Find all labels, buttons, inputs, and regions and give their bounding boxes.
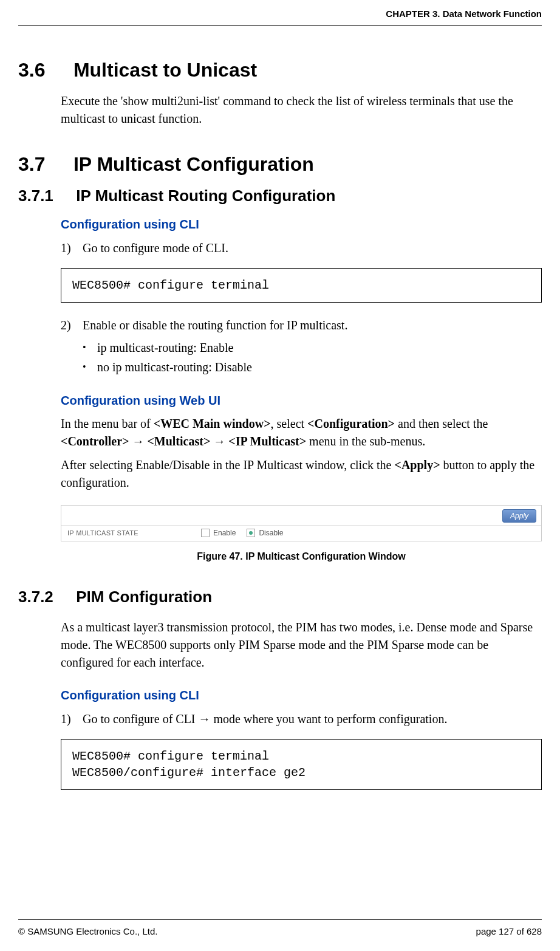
arrow-icon: → [210, 434, 228, 448]
section-3-7-2-num: 3.7.2 [18, 588, 72, 606]
page-content: 3.6 Multicast to Unicast Execute the 'sh… [18, 26, 542, 790]
page-footer: © SAMSUNG Electronics Co., Ltd. page 127… [18, 919, 542, 936]
section-3-6-heading: 3.6 Multicast to Unicast [18, 59, 542, 81]
arrow-icon: → [129, 434, 147, 448]
radio-label: Enable [213, 529, 236, 537]
section-3-7-2-title: PIM Configuration [76, 588, 212, 606]
radio-selected-icon [249, 531, 253, 535]
step-row: 1) Go to configure mode of CLI. [61, 239, 542, 257]
bullet-dot-icon: • [83, 357, 97, 377]
bold-frag: <Configuration> [307, 417, 395, 430]
radio-label: Disable [259, 529, 283, 537]
copyright-text: © SAMSUNG Electronics Co., Ltd. [18, 926, 157, 936]
bold-frag: <WEC Main window> [154, 417, 271, 430]
step-text: Go to configure mode of CLI. [83, 239, 228, 257]
section-3-6-num: 3.6 [18, 59, 68, 81]
ip-multicast-state-label: IP MULTICAST STATE [67, 529, 201, 537]
apply-button[interactable]: Apply [502, 509, 536, 523]
config-webui-heading: Configuration using Web UI [61, 394, 542, 408]
text-frag: menu in the sub-menus. [306, 434, 425, 448]
bullet-text: no ip multicast-routing: Disable [97, 357, 252, 377]
page-number: page 127 of 628 [476, 926, 542, 936]
section-3-6-title: Multicast to Unicast [73, 59, 257, 81]
bold-frag: <Multicast> [147, 434, 210, 448]
step-text: Enable or disable the routing function f… [83, 316, 347, 334]
step-num: 2) [61, 316, 83, 334]
config-cli-heading-2: Configuration using CLI [61, 688, 542, 702]
text-frag: After selecting Enable/Disable in the IP… [61, 458, 394, 472]
section-3-7-2-para: As a multicast layer3 transmission proto… [61, 619, 542, 671]
section-3-6-para: Execute the 'show multi2uni-list' comman… [61, 92, 542, 128]
figure-state-row: IP MULTICAST STATE Enable Disable [61, 525, 541, 541]
text-frag: and then select the [395, 417, 488, 430]
section-3-7-heading: 3.7 IP Multicast Configuration [18, 153, 542, 176]
code-block-1: WEC8500# configure terminal [61, 268, 542, 303]
code-block-2: WEC8500# configure terminal WEC8500/conf… [61, 739, 542, 790]
bullet-list: • ip multicast-routing: Enable • no ip m… [83, 338, 542, 377]
bold-frag: <IP Multicast> [228, 434, 306, 448]
radio-icon [201, 529, 210, 537]
bold-frag: <Controller> [61, 434, 129, 448]
bullet-dot-icon: • [83, 338, 97, 357]
radio-enable[interactable]: Enable [201, 529, 236, 537]
bullet-text: ip multicast-routing: Enable [97, 338, 233, 357]
chapter-label: CHAPTER 3. Data Network Function [386, 9, 542, 19]
radio-icon [247, 529, 255, 537]
section-3-7-1-heading: 3.7.1 IP Multicast Routing Configuration [18, 187, 542, 205]
bullet-row: • ip multicast-routing: Enable [83, 338, 542, 357]
figure-47-box: Apply IP MULTICAST STATE Enable Disable [61, 505, 542, 541]
section-3-7-2-heading: 3.7.2 PIM Configuration [18, 588, 542, 606]
step-num: 1) [61, 239, 83, 257]
section-3-7-num: 3.7 [18, 153, 68, 176]
section-3-7-1-title: IP Multicast Routing Configuration [76, 187, 335, 205]
section-3-7-title: IP Multicast Configuration [73, 153, 314, 175]
figure-47-caption: Figure 47. IP Multicast Configuration Wi… [61, 551, 542, 562]
step-num: 1) [61, 710, 83, 728]
figure-toolbar: Apply [61, 506, 541, 525]
step-row: 1) Go to configure of CLI → mode where y… [61, 710, 542, 728]
text-frag: , select [271, 417, 308, 430]
page-header: CHAPTER 3. Data Network Function [18, 0, 542, 26]
text-frag: In the menu bar of [61, 417, 154, 430]
bullet-row: • no ip multicast-routing: Disable [83, 357, 542, 377]
radio-disable[interactable]: Disable [247, 529, 283, 537]
bold-frag: <Apply> [394, 458, 440, 472]
section-3-7-1-num: 3.7.1 [18, 187, 72, 205]
step-text: Go to configure of CLI → mode where you … [83, 710, 447, 728]
step-row: 2) Enable or disable the routing functio… [61, 316, 542, 334]
webui-para-1: In the menu bar of <WEC Main window>, se… [61, 415, 542, 450]
config-cli-heading-1: Configuration using CLI [61, 218, 542, 232]
webui-para-2: After selecting Enable/Disable in the IP… [61, 456, 542, 492]
